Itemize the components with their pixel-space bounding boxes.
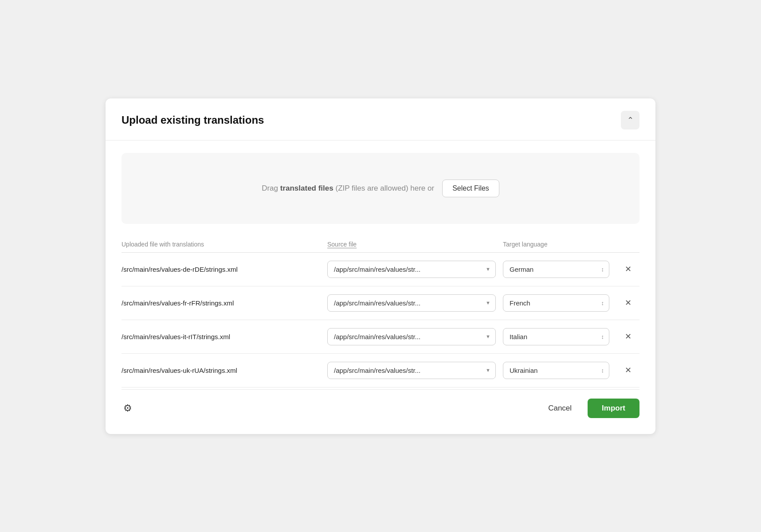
remove-row-button-1[interactable]: ✕ [616, 296, 639, 309]
target-lang-select-wrapper-2: German French Italian Ukrainian ↕ [503, 328, 609, 345]
source-file-select-1[interactable]: /app/src/main/res/values/str... [327, 294, 496, 312]
source-file-select-wrapper-1: /app/src/main/res/values/str... ▼ [327, 294, 496, 312]
drop-zone-bold: translated files [280, 184, 333, 192]
source-file-select-wrapper-3: /app/src/main/res/values/str... ▼ [327, 362, 496, 379]
import-button[interactable]: Import [588, 399, 639, 418]
uploaded-file-path: /src/main/res/values-it-rIT/strings.xml [122, 333, 320, 340]
remove-row-button-2[interactable]: ✕ [616, 330, 639, 343]
card-body: Drag translated files (ZIP files are all… [106, 141, 655, 434]
uploaded-file-path: /src/main/res/values-de-rDE/strings.xml [122, 266, 320, 273]
gear-icon: ⚙ [123, 403, 132, 414]
cancel-button[interactable]: Cancel [541, 399, 579, 417]
source-file-select-0[interactable]: /app/src/main/res/values/str... [327, 261, 496, 278]
source-file-select-wrapper-0: /app/src/main/res/values/str... ▼ [327, 261, 496, 278]
upload-translations-card: Upload existing translations ⌃ Drag tran… [106, 98, 655, 434]
table-row: /src/main/res/values-it-rIT/strings.xml … [122, 320, 639, 354]
table-header: Uploaded file with translations Source f… [122, 236, 639, 253]
target-lang-select-wrapper-1: German French Italian Ukrainian ↕ [503, 294, 609, 312]
uploaded-file-path: /src/main/res/values-uk-rUA/strings.xml [122, 367, 320, 374]
collapse-button[interactable]: ⌃ [621, 111, 639, 129]
page-title: Upload existing translations [122, 114, 264, 126]
target-lang-select-1[interactable]: German French Italian Ukrainian [503, 294, 609, 312]
remove-row-button-3[interactable]: ✕ [616, 364, 639, 377]
footer-actions: Cancel Import [541, 399, 639, 418]
drop-zone-text: Drag translated files (ZIP files are all… [262, 184, 434, 193]
col-source-file: Source file [327, 241, 496, 248]
source-file-select-3[interactable]: /app/src/main/res/values/str... [327, 362, 496, 379]
card-footer: ⚙ Cancel Import [122, 389, 639, 422]
settings-button[interactable]: ⚙ [122, 401, 134, 416]
col-actions [616, 241, 639, 248]
table-row: /src/main/res/values-uk-rUA/strings.xml … [122, 354, 639, 387]
target-lang-select-3[interactable]: German French Italian Ukrainian [503, 362, 609, 379]
col-uploaded-file: Uploaded file with translations [122, 241, 320, 248]
col-target-language: Target language [503, 241, 609, 248]
files-table: Uploaded file with translations Source f… [122, 236, 639, 422]
drop-zone[interactable]: Drag translated files (ZIP files are all… [122, 153, 639, 224]
select-files-button[interactable]: Select Files [442, 180, 499, 197]
source-file-select-wrapper-2: /app/src/main/res/values/str... ▼ [327, 328, 496, 345]
target-lang-select-0[interactable]: German French Italian Ukrainian [503, 261, 609, 278]
target-lang-select-wrapper-3: German French Italian Ukrainian ↕ [503, 362, 609, 379]
table-row: /src/main/res/values-de-rDE/strings.xml … [122, 253, 639, 286]
card-header: Upload existing translations ⌃ [106, 98, 655, 141]
target-lang-select-wrapper-0: German French Italian Ukrainian ↕ [503, 261, 609, 278]
uploaded-file-path: /src/main/res/values-fr-rFR/strings.xml [122, 299, 320, 307]
source-file-select-2[interactable]: /app/src/main/res/values/str... [327, 328, 496, 345]
target-lang-select-2[interactable]: German French Italian Ukrainian [503, 328, 609, 345]
table-row: /src/main/res/values-fr-rFR/strings.xml … [122, 286, 639, 320]
remove-row-button-0[interactable]: ✕ [616, 262, 639, 276]
